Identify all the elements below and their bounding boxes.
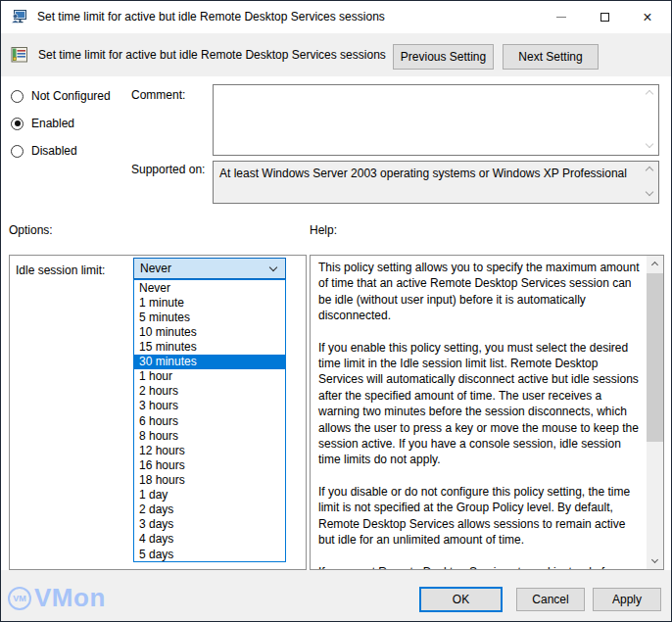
idle-limit-dropdown-list: Never1 minute5 minutes10 minutes15 minut… (133, 279, 286, 562)
policy-setting-icon (11, 46, 28, 64)
state-radio-group: Not ConfiguredEnabledDisabled (11, 89, 111, 171)
idle-session-limit-combobox[interactable]: Never (133, 258, 286, 279)
dropdown-option[interactable]: 5 days (134, 547, 285, 561)
radio-not-configured[interactable]: Not Configured (11, 89, 111, 103)
dropdown-option[interactable]: 10 minutes (134, 324, 285, 339)
apply-button[interactable]: Apply (593, 588, 661, 611)
supported-on-box: At least Windows Server 2003 operating s… (213, 161, 659, 204)
help-panel: This policy setting allows you to specif… (310, 255, 664, 570)
minimize-button[interactable] (540, 1, 583, 33)
chevron-down-icon (269, 263, 277, 271)
combobox-selected-value: Never (140, 262, 171, 275)
dropdown-option[interactable]: 8 hours (134, 428, 285, 443)
dropdown-option[interactable]: 1 hour (134, 369, 285, 384)
help-text: This policy setting allows you to specif… (311, 256, 647, 569)
dropdown-option[interactable]: 2 hours (134, 384, 285, 399)
options-section-label: Options: (9, 223, 53, 237)
footer: VM VMon OK Cancel Apply (1, 570, 671, 622)
radio-indicator (11, 118, 24, 130)
ok-button[interactable]: OK (419, 587, 503, 612)
dropdown-option[interactable]: 12 hours (134, 443, 285, 457)
close-icon: × (643, 10, 651, 25)
next-setting-button[interactable]: Next Setting (503, 44, 599, 70)
radio-label: Enabled (31, 117, 74, 130)
vmon-text: VMon (34, 583, 106, 613)
setting-name: Set time limit for active but idle Remot… (38, 48, 386, 62)
radio-label: Not Configured (31, 89, 111, 103)
help-section-label: Help: (310, 223, 337, 237)
dropdown-option[interactable]: 3 days (134, 517, 285, 532)
dropdown-option[interactable]: 4 days (134, 532, 285, 547)
dropdown-option[interactable]: 18 hours (134, 472, 285, 487)
minimize-icon (556, 17, 566, 18)
window-title: Set time limit for active but idle Remot… (37, 10, 385, 24)
vmon-logo-letters: VM (13, 594, 26, 603)
help-paragraph: If you enable this policy setting, you m… (318, 340, 641, 468)
supported-on-value: At least Windows Server 2003 operating s… (219, 167, 633, 180)
comment-label: Comment: (131, 88, 185, 102)
maximize-icon (600, 13, 609, 22)
dropdown-option[interactable]: 2 days (134, 502, 285, 517)
scroll-down-icon (646, 188, 653, 196)
help-paragraph: If you disable or do not configure this … (318, 484, 641, 549)
dropdown-option[interactable]: 30 minutes (134, 355, 285, 369)
radio-indicator (11, 90, 24, 103)
scroll-down-icon (646, 140, 653, 148)
supported-on-label: Supported on: (131, 163, 205, 176)
help-scrollbar[interactable] (647, 256, 663, 569)
chevron-down-icon (651, 556, 658, 563)
comment-textarea[interactable] (213, 84, 659, 156)
previous-setting-button[interactable]: Previous Setting (393, 44, 494, 70)
radio-indicator (11, 145, 24, 158)
dropdown-option[interactable]: 15 minutes (134, 339, 285, 354)
chevron-up-icon (651, 262, 658, 268)
scroll-up-icon (646, 167, 653, 174)
help-paragraph: If you want Remote Desktop Services to e… (318, 564, 641, 570)
dropdown-option[interactable]: 16 hours (134, 457, 285, 472)
radio-enabled[interactable]: Enabled (11, 117, 111, 130)
scroll-up-button[interactable] (647, 257, 663, 273)
idle-session-limit-label: Idle session limit: (16, 263, 105, 277)
close-button[interactable]: × (626, 1, 669, 33)
cancel-button[interactable]: Cancel (516, 588, 585, 611)
scrollbar-thumb[interactable] (647, 273, 663, 442)
maximize-button[interactable] (583, 1, 626, 33)
window-controls: × (540, 1, 669, 33)
policy-setting-dialog: Set time limit for active but idle Remot… (0, 0, 672, 622)
dropdown-option[interactable]: 1 day (134, 488, 285, 502)
setting-header: Set time limit for active but idle Remot… (1, 33, 671, 76)
titlebar: Set time limit for active but idle Remot… (1, 1, 671, 33)
vmon-logo-icon: VM (8, 587, 31, 610)
scroll-down-button[interactable] (647, 551, 663, 568)
scroll-up-icon (646, 90, 653, 98)
vmon-watermark: VM VMon (8, 583, 106, 613)
dropdown-option[interactable]: 6 hours (134, 413, 285, 428)
help-paragraph: This policy setting allows you to specif… (318, 260, 641, 324)
remote-desktop-window-icon (11, 9, 26, 24)
dropdown-option[interactable]: Never (134, 280, 285, 295)
radio-disabled[interactable]: Disabled (11, 144, 111, 158)
dropdown-option[interactable]: 5 minutes (134, 310, 285, 324)
radio-label: Disabled (31, 144, 77, 158)
dropdown-option[interactable]: 3 hours (134, 399, 285, 413)
dropdown-option[interactable]: 1 minute (134, 295, 285, 310)
